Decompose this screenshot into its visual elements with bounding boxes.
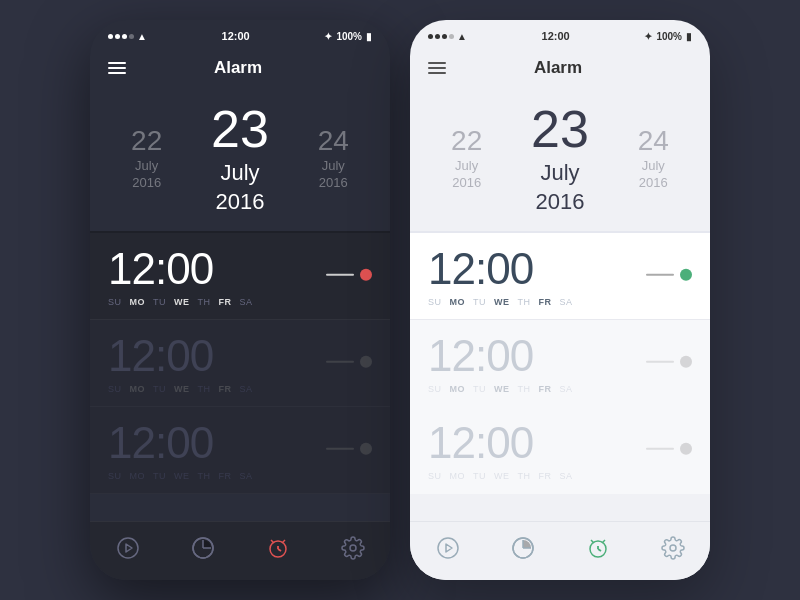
menu-icon[interactable] [108,62,126,74]
play-button[interactable] [432,532,464,564]
day-label-TH: TH [518,471,531,481]
alarm-card-1[interactable]: 12:00 SUMOTUWETHFRSA [90,320,390,407]
toggle-line [326,274,354,276]
day-label-SA: SA [560,384,573,394]
date-current[interactable]: 23 July 2016 [193,101,286,215]
days-row: SUMOTUWETHFRSA [428,297,692,307]
day-label-FR: FR [219,297,232,307]
day-label-WE: WE [494,384,510,394]
alarm-card-1[interactable]: 12:00 SUMOTUWETHFRSA [410,320,710,407]
day-label-MO: MO [130,471,146,481]
date-prev[interactable]: 22 July 2016 [420,126,513,190]
date-month: July [100,157,193,175]
date-day: 23 [513,101,606,158]
play-button[interactable] [112,532,144,564]
svg-line-28 [602,540,605,543]
alarm-toggle[interactable] [646,443,692,455]
add-alarm-button[interactable] [350,54,372,81]
settings-button[interactable] [657,532,689,564]
alarm-cards-scroll: 12:00 SUMOTUWETHFRSA12:00 SUMOTUWETHFRSA… [90,233,390,521]
date-current[interactable]: 23 July 2016 [513,101,606,215]
day-label-MO: MO [130,384,146,394]
svg-line-26 [598,549,601,551]
day-label-WE: WE [174,297,190,307]
timer-button[interactable] [507,532,539,564]
toggle-dot [360,269,372,281]
menu-line-1 [428,67,446,69]
wifi-icon: ▲ [457,31,467,42]
menu-line-2 [108,72,126,74]
bottom-nav [90,521,390,580]
svg-point-0 [352,56,370,74]
day-label-SU: SU [428,471,442,481]
date-month: July [513,158,606,189]
alarm-toggle[interactable] [326,269,372,281]
day-label-SU: SU [428,384,442,394]
toggle-line [646,274,674,276]
alarm-card-0[interactable]: 12:00 SUMOTUWETHFRSA [410,233,710,320]
svg-point-3 [118,538,138,558]
day-label-MO: MO [450,471,466,481]
day-label-FR: FR [539,471,552,481]
toggle-dot [360,443,372,455]
add-alarm-button[interactable] [670,54,692,81]
date-month: July [607,157,700,175]
status-time: 12:00 [542,30,570,42]
alarm-toggle[interactable] [646,356,692,368]
alarm-toggle[interactable] [326,356,372,368]
svg-marker-19 [446,544,452,552]
day-label-WE: WE [174,384,190,394]
day-label-WE: WE [174,471,190,481]
date-month: July [420,157,513,175]
bluetooth-icon: ✦ [324,31,332,42]
alarm-card-0[interactable]: 12:00 SUMOTUWETHFRSA [90,233,390,320]
date-next[interactable]: 24 July 2016 [287,126,380,190]
day-label-MO: MO [450,384,466,394]
day-label-SA: SA [560,471,573,481]
toggle-dot [360,356,372,368]
header: Alarm [410,48,710,91]
menu-icon[interactable] [428,62,446,74]
day-label-SA: SA [240,471,253,481]
day-label-MO: MO [450,297,466,307]
svg-marker-4 [126,544,132,552]
settings-button[interactable] [337,532,369,564]
date-picker-section[interactable]: 22 July 2016 23 July 2016 24 July 2016 [410,91,710,231]
toggle-line [646,361,674,363]
date-picker: 22 July 2016 23 July 2016 24 July 2016 [90,101,390,215]
timer-button[interactable] [187,532,219,564]
date-picker: 22 July 2016 23 July 2016 24 July 2016 [410,101,710,215]
svg-point-15 [672,56,690,74]
status-time: 12:00 [222,30,250,42]
toggle-line [646,448,674,450]
day-label-FR: FR [539,297,552,307]
status-dot-2 [122,34,127,39]
day-label-FR: FR [219,471,232,481]
svg-line-13 [282,540,285,543]
alarm-button[interactable] [582,532,614,564]
day-label-FR: FR [539,384,552,394]
date-year: 2016 [420,175,513,190]
phones-container: ▲12:00✦100%▮Alarm 22 July 2016 23 July 2… [90,20,710,580]
status-dot-3 [449,34,454,39]
date-month: July [193,158,286,189]
date-day: 23 [193,101,286,158]
status-dot-0 [428,34,433,39]
alarm-button[interactable] [262,532,294,564]
bottom-nav [410,521,710,580]
alarm-card-2[interactable]: 12:00 SUMOTUWETHFRSA [410,407,710,494]
day-label-FR: FR [219,384,232,394]
alarm-cards-scroll: 12:00 SUMOTUWETHFRSA12:00 SUMOTUWETHFRSA… [410,233,710,521]
days-row: SUMOTUWETHFRSA [108,471,372,481]
toggle-dot [680,443,692,455]
date-month: July [287,157,380,175]
date-prev[interactable]: 22 July 2016 [100,126,193,190]
svg-line-12 [271,540,274,543]
date-next[interactable]: 24 July 2016 [607,126,700,190]
alarm-toggle[interactable] [646,269,692,281]
date-picker-section[interactable]: 22 July 2016 23 July 2016 24 July 2016 [90,91,390,231]
day-label-TH: TH [518,297,531,307]
alarm-toggle[interactable] [326,443,372,455]
wifi-icon: ▲ [137,31,147,42]
alarm-card-2[interactable]: 12:00 SUMOTUWETHFRSA [90,407,390,494]
